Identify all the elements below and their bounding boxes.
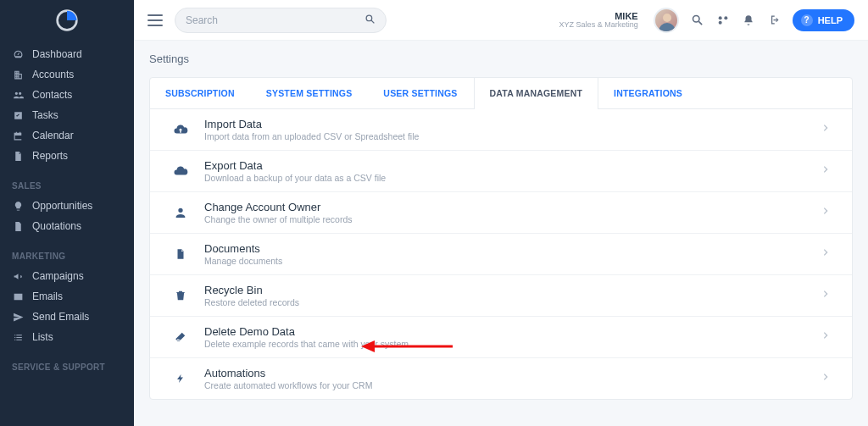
svg-line-2 xyxy=(371,20,374,23)
topbar: MIKE XYZ Sales & Marketing ?HELP xyxy=(134,0,868,41)
tab-subscription[interactable]: SUBSCRIPTION xyxy=(150,78,251,108)
svg-point-3 xyxy=(693,16,700,23)
sidebar-item-label: Calendar xyxy=(32,130,122,141)
row-desc: Create automated workflows for your CRM xyxy=(204,380,806,390)
sidebar-item-label: Dashboard xyxy=(32,48,122,60)
sidebar-item-send-emails[interactable]: Send Emails xyxy=(0,307,134,327)
page-title: Settings xyxy=(149,53,853,65)
search-field[interactable] xyxy=(186,14,358,26)
svg-line-4 xyxy=(699,21,703,25)
sidebar-item-label: Opportunities xyxy=(32,200,122,212)
tab-integrations[interactable]: INTEGRATIONS xyxy=(598,78,698,108)
sidebar-item-calendar[interactable]: Calendar xyxy=(0,125,134,146)
sidebar-group-service: SERVICE & SUPPORT xyxy=(0,351,134,380)
sidebar-main-group: Dashboard Accounts Contacts Tasks Calend… xyxy=(0,41,134,169)
chevron-right-icon xyxy=(821,205,830,220)
chevron-right-icon xyxy=(821,246,830,262)
sidebar-item-lists[interactable]: Lists xyxy=(0,327,134,347)
bolt-icon xyxy=(172,372,189,385)
user-org: XYZ Sales & Marketing xyxy=(559,21,638,30)
bell-icon[interactable] xyxy=(742,14,755,27)
row-title: Recycle Bin xyxy=(204,284,806,296)
row-title: Export Data xyxy=(204,159,806,172)
trash-icon xyxy=(172,289,189,302)
user-name: MIKE xyxy=(559,11,638,21)
row-desc: Import data from an uploaded CSV or Spre… xyxy=(204,131,806,141)
sidebar-item-label: Emails xyxy=(32,290,122,302)
gauge-icon xyxy=(12,49,24,60)
sidebar-item-label: Reports xyxy=(32,150,122,162)
row-delete-demo[interactable]: Delete Demo DataDelete example records t… xyxy=(150,317,852,358)
logout-icon[interactable] xyxy=(767,14,781,27)
sidebar-item-label: Send Emails xyxy=(32,311,122,323)
lightbulb-icon xyxy=(12,201,24,212)
row-title: Import Data xyxy=(204,118,806,130)
chevron-right-icon xyxy=(821,371,830,386)
sidebar-item-label: Campaigns xyxy=(32,270,122,282)
search-icon xyxy=(364,13,376,28)
row-desc: Download a backup of your data as a CSV … xyxy=(204,173,806,183)
envelope-icon xyxy=(12,291,24,302)
row-export-data[interactable]: Export DataDownload a backup of your dat… xyxy=(150,151,852,192)
tab-system-settings[interactable]: SYSTEM SETTINGS xyxy=(251,78,369,108)
sidebar-item-label: Quotations xyxy=(32,220,122,232)
row-desc: Restore deleted records xyxy=(204,297,806,307)
avatar[interactable] xyxy=(654,8,679,33)
sidebar-item-campaigns[interactable]: Campaigns xyxy=(0,266,134,286)
sidebar-heading: MARKETING xyxy=(0,243,134,266)
user-block[interactable]: MIKE XYZ Sales & Marketing xyxy=(559,11,638,30)
sidebar-item-contacts[interactable]: Contacts xyxy=(0,85,134,105)
row-recycle-bin[interactable]: Recycle BinRestore deleted records xyxy=(150,275,852,317)
svg-point-5 xyxy=(718,16,721,19)
search-input[interactable] xyxy=(175,8,387,33)
help-label: HELP xyxy=(818,15,843,25)
tab-user-settings[interactable]: USER SETTINGS xyxy=(368,78,473,108)
document-icon xyxy=(172,247,189,261)
main: MIKE XYZ Sales & Marketing ?HELP Setting… xyxy=(134,0,868,426)
row-change-owner[interactable]: Change Account OwnerChange the owner of … xyxy=(150,192,852,234)
sidebar-heading: SALES xyxy=(0,173,134,196)
sidebar-item-tasks[interactable]: Tasks xyxy=(0,105,134,125)
sidebar-item-dashboard[interactable]: Dashboard xyxy=(0,44,134,64)
sidebar-item-label: Tasks xyxy=(32,109,122,121)
list-icon xyxy=(12,332,24,343)
cloud-upload-icon xyxy=(172,122,189,137)
user-icon xyxy=(172,206,189,219)
menu-toggle-icon[interactable] xyxy=(147,14,163,26)
settings-rows: Import DataImport data from an uploaded … xyxy=(150,109,852,399)
sidebar-item-label: Lists xyxy=(32,331,122,343)
content: Settings SUBSCRIPTION SYSTEM SETTINGS US… xyxy=(134,41,868,426)
sidebar-item-reports[interactable]: Reports xyxy=(0,146,134,166)
row-title: Automations xyxy=(204,367,806,379)
row-title: Change Account Owner xyxy=(204,201,806,213)
row-title: Delete Demo Data xyxy=(204,325,806,338)
row-automations[interactable]: AutomationsCreate automated workflows fo… xyxy=(150,358,852,399)
question-icon: ? xyxy=(801,14,813,26)
sidebar-item-accounts[interactable]: Accounts xyxy=(0,64,134,85)
help-button[interactable]: ?HELP xyxy=(793,9,854,31)
row-desc: Delete example records that came with yo… xyxy=(204,339,806,349)
tabs: SUBSCRIPTION SYSTEM SETTINGS USER SETTIN… xyxy=(150,78,852,109)
users-icon xyxy=(12,90,24,101)
row-import-data[interactable]: Import DataImport data from an uploaded … xyxy=(150,109,852,151)
chevron-right-icon xyxy=(821,163,830,179)
logo[interactable] xyxy=(0,0,134,41)
calendar-icon xyxy=(12,130,24,141)
row-desc: Manage documents xyxy=(204,256,806,266)
check-square-icon xyxy=(12,110,24,121)
svg-point-7 xyxy=(718,20,721,24)
sidebar-group-marketing: MARKETING Campaigns Emails Send Emails L… xyxy=(0,240,134,351)
eraser-icon xyxy=(172,331,189,343)
tab-data-management[interactable]: DATA MANAGEMENT xyxy=(474,78,599,108)
row-documents[interactable]: DocumentsManage documents xyxy=(150,234,852,275)
row-title: Documents xyxy=(204,242,806,255)
cloud-download-icon xyxy=(172,163,189,179)
sidebar-item-label: Accounts xyxy=(32,69,122,80)
sidebar-item-opportunities[interactable]: Opportunities xyxy=(0,196,134,216)
sidebar-item-quotations[interactable]: Quotations xyxy=(0,216,134,236)
sidebar-item-emails[interactable]: Emails xyxy=(0,286,134,307)
search-icon[interactable] xyxy=(691,14,704,27)
sidebar-group-sales: SALES Opportunities Quotations xyxy=(0,169,134,240)
settings-card: SUBSCRIPTION SYSTEM SETTINGS USER SETTIN… xyxy=(149,77,853,400)
settings-icon[interactable] xyxy=(716,14,730,27)
